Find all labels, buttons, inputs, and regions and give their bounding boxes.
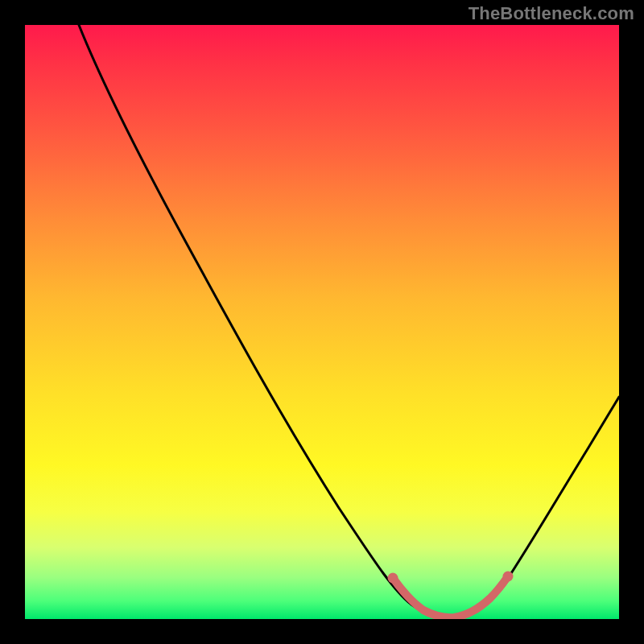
chart-container: TheBottleneck.com	[0, 0, 644, 644]
plot-area	[25, 25, 619, 619]
gradient-background	[25, 25, 619, 619]
watermark-text: TheBottleneck.com	[469, 3, 634, 24]
